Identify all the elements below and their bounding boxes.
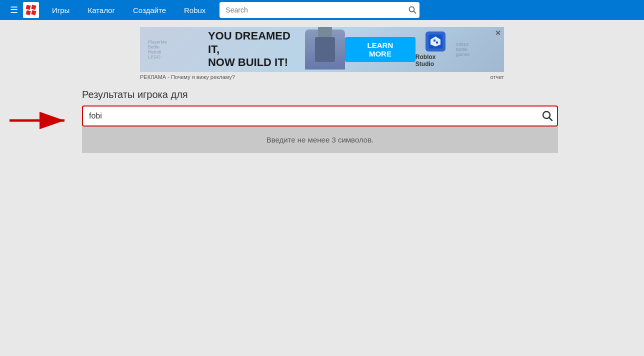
ad-brand-name: Roblox Studio xyxy=(416,54,456,68)
nav-links: Игры Каталог Создайте Robux xyxy=(43,0,214,20)
ad-headline-1: YOU DREAMED IT, xyxy=(208,30,305,56)
svg-rect-0 xyxy=(23,2,39,18)
ad-container: PlayerMeBettleRetrotiLEGO YOU DREAMED IT… xyxy=(0,20,644,80)
player-search-input[interactable] xyxy=(87,108,542,124)
ad-close-button[interactable]: ✕ xyxy=(495,29,501,37)
ad-meta: РЕКЛАМА - Почему я вижу рекламу? отчет xyxy=(140,74,504,80)
navbar: ☰ Игры Каталог Создайте Robux xyxy=(0,0,644,20)
ad-robot-figure xyxy=(305,30,345,70)
nav-robux[interactable]: Robux xyxy=(175,0,214,20)
nav-catalog[interactable]: Каталог xyxy=(78,0,124,20)
ad-left-deco: PlayerMeBettleRetrotiLEGO xyxy=(148,40,208,60)
nav-games[interactable]: Игры xyxy=(43,0,78,20)
player-search-title: Результаты игрока для xyxy=(82,89,562,100)
svg-line-14 xyxy=(549,118,552,120)
svg-line-6 xyxy=(414,12,416,14)
search-hint: Введите не менее 3 символов. xyxy=(82,126,558,153)
main-content: PlayerMeBettleRetrotiLEGO YOU DREAMED IT… xyxy=(0,20,644,356)
player-search-button[interactable] xyxy=(542,110,553,122)
nav-search-input[interactable] xyxy=(220,2,420,18)
search-area: Введите не менее 3 символов. xyxy=(82,106,562,153)
search-box-wrapper xyxy=(82,106,558,126)
ad-meta-why-link[interactable]: РЕКЛАМА - Почему я вижу рекламу? xyxy=(140,74,235,80)
hamburger-menu[interactable]: ☰ xyxy=(5,4,23,16)
ad-right-deco: 23510Bettlegames xyxy=(456,42,496,57)
ad-brand-icon xyxy=(426,32,446,52)
red-arrow-container xyxy=(7,110,72,130)
ad-banner: PlayerMeBettleRetrotiLEGO YOU DREAMED IT… xyxy=(140,27,504,72)
ad-meta-report-link[interactable]: отчет xyxy=(490,74,504,80)
ad-brand: Roblox Studio xyxy=(416,32,456,68)
ad-headline-2: NOW BUILD IT! xyxy=(208,56,305,69)
roblox-logo[interactable] xyxy=(23,2,39,18)
svg-point-5 xyxy=(410,7,414,12)
ad-cta-button[interactable]: LEARN MORE xyxy=(345,37,416,62)
nav-create[interactable]: Создайте xyxy=(124,0,175,20)
ad-text-block: YOU DREAMED IT, NOW BUILD IT! xyxy=(208,30,305,69)
svg-rect-10 xyxy=(436,42,438,44)
svg-rect-9 xyxy=(434,40,436,42)
player-search-box-container: Введите не менее 3 символов. xyxy=(82,106,558,153)
nav-search-button[interactable] xyxy=(408,6,416,14)
ad-inner: PlayerMeBettleRetrotiLEGO YOU DREAMED IT… xyxy=(140,27,504,72)
red-arrow-svg xyxy=(7,110,72,130)
player-search-section: Результаты игрока для xyxy=(82,89,562,153)
nav-search-container xyxy=(220,2,420,18)
